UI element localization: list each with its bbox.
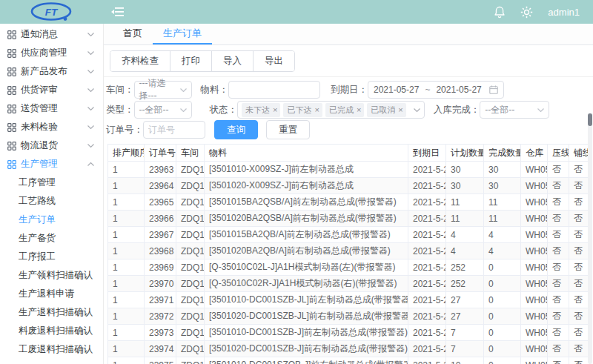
table-cell: 11	[484, 194, 521, 211]
column-header-4: 到期日	[408, 145, 446, 162]
due-from: 2021-05-27	[374, 85, 419, 95]
table-cell: 30	[484, 178, 521, 194]
sidebar-item-3[interactable]: 供货评审	[0, 81, 103, 99]
table-row[interactable]: 123972ZDQ13[3501020-DC001SZB-JL]前右制动器总成(…	[108, 308, 589, 325]
grid-menu-icon	[7, 49, 16, 58]
table-row[interactable]: 123974ZDQ13[3501020-DC001SZB-J]前右制动器总成(带…	[108, 341, 589, 357]
due-date-label: 到期日：	[331, 84, 368, 96]
table-cell: 30	[446, 178, 484, 194]
sidebar-item-label: 送货管理	[21, 102, 87, 115]
table-cell: 2021-5-27	[408, 211, 446, 227]
status-tag-3[interactable]: 已取消×	[367, 103, 405, 117]
workshop-select[interactable]: ---请选择---	[134, 81, 192, 99]
chevron-down-icon	[87, 70, 94, 73]
sidebar-item-0[interactable]: 通知消息	[0, 25, 103, 44]
sidebar: 通知消息供应商管理新产品发布供货评审送货管理来料检验物流退货生产管理工序管理工艺…	[0, 24, 104, 364]
sidebar-subitem-7-8[interactable]: 料废退料扫描确认	[0, 322, 103, 340]
due-date-range[interactable]: 2021-05-27 ~ 2021-05-27	[368, 81, 504, 99]
table-cell: 2021-5-27	[408, 227, 446, 243]
sidebar-subitem-7-1[interactable]: 工艺路线	[0, 192, 103, 211]
table-row[interactable]: 123965ZDQ13[3501015BA2QSB/A]前左制动器总成(带报警器…	[108, 194, 589, 211]
sidebar-subitem-7-0[interactable]: 工序管理	[0, 173, 103, 192]
remove-tag-icon[interactable]: ×	[357, 105, 361, 114]
table-row[interactable]: 123964ZDQ13[3501020-X009SZ-J]前右制动器总成2021…	[108, 178, 589, 194]
type-select[interactable]: --全部--	[134, 101, 192, 119]
sidebar-subitem-7-3[interactable]: 生产备货	[0, 229, 103, 248]
status-multiselect[interactable]: 未下达×已下达×已完成×已取消×	[237, 101, 425, 119]
table-cell: 2021-5-27	[408, 357, 446, 364]
table-cell: WH05	[521, 243, 548, 259]
remove-tag-icon[interactable]: ×	[314, 105, 319, 114]
status-tag-2[interactable]: 已完成×	[325, 103, 364, 117]
table-cell: [3501020-DC001SZB-JL]前右制动器总成(带报警器)(老气室)	[205, 308, 408, 325]
sidebar-subitem-7-4[interactable]: 工序报工	[0, 248, 103, 266]
table-row[interactable]: 123973ZDQ13[3501010-DC001SZB-J]前左制动器总成(带…	[108, 325, 589, 341]
table-cell: 否	[569, 276, 589, 292]
order-no-label: 订单号：	[106, 124, 143, 136]
toolbar-button-2[interactable]: 导入	[212, 51, 254, 71]
collapse-sidebar-icon[interactable]	[111, 7, 125, 17]
table-cell: 23966	[145, 211, 176, 227]
table-row[interactable]: 123970ZDQ13[Q-35010C02R-J]A1H模式制动器(右)(带报…	[108, 276, 589, 292]
vertical-scrollbar[interactable]	[588, 113, 592, 364]
notifications-bell-icon[interactable]	[494, 6, 506, 19]
reset-button[interactable]: 重置	[266, 120, 310, 139]
table-row[interactable]: 123966ZDQ13[3501020BA2QSB/A]前右制动器总成(带报警器…	[108, 211, 589, 227]
table-cell: 23968	[145, 243, 176, 259]
sidebar-item-4[interactable]: 送货管理	[0, 99, 103, 118]
remove-tag-icon[interactable]: ×	[398, 105, 402, 114]
table-row[interactable]: 123975ZDQ13[3501010-DC001SZQB-J]前左制动器总成(…	[108, 357, 589, 364]
app-logo: FT	[0, 1, 104, 22]
search-button[interactable]: 查询	[214, 120, 258, 139]
sidebar-subitem-7-7[interactable]: 生产退料扫描确认	[0, 303, 103, 322]
material-input[interactable]	[233, 85, 315, 95]
table-row[interactable]: 123967ZDQ13[3501015BA2QB/A]前左制动器总成(带报警器)…	[108, 227, 589, 243]
remove-tag-icon[interactable]: ×	[273, 105, 277, 114]
sidebar-subitem-7-6[interactable]: 生产退料申请	[0, 285, 103, 303]
sidebar-subitem-7-9[interactable]: 工废退料扫描确认	[0, 340, 103, 359]
table-cell: 否	[569, 292, 589, 308]
sidebar-item-1[interactable]: 供应商管理	[0, 44, 103, 62]
sidebar-item-5[interactable]: 来料检验	[0, 118, 103, 136]
toolbar-button-1[interactable]: 打印	[170, 51, 212, 71]
table-cell: 4	[484, 243, 521, 259]
sidebar-item-7[interactable]: 生产管理	[0, 155, 103, 173]
column-header-1: 订单号	[145, 145, 176, 162]
scrollbar-thumb[interactable]	[588, 113, 592, 126]
grid-menu-icon	[7, 86, 16, 95]
table-cell: 7	[446, 325, 484, 341]
sidebar-item-6[interactable]: 物流退货	[0, 136, 103, 155]
table-row[interactable]: 123963ZDQ13[3501010-X009SZ-J]前左制动器总成2021…	[108, 162, 589, 178]
toolbar-button-0[interactable]: 齐料检查	[110, 51, 170, 71]
status-tag-0[interactable]: 未下达×	[242, 103, 280, 117]
sidebar-item-2[interactable]: 新产品发布	[0, 62, 103, 81]
table-cell: 否	[548, 227, 569, 243]
table-cell: 2021-5-27	[408, 194, 446, 211]
sidebar-item-label: 物流退货	[21, 139, 87, 152]
table-cell: 23967	[145, 227, 176, 243]
status-tag-1[interactable]: 已下达×	[283, 103, 322, 117]
inbound-select[interactable]: --全部--	[480, 101, 549, 119]
sidebar-item-label: 生产管理	[21, 158, 87, 171]
tab-0[interactable]: 首页	[113, 24, 153, 44]
table-cell: 30	[446, 162, 484, 178]
toolbar-button-group: 齐料检查打印导入导出	[110, 50, 295, 72]
sidebar-subitem-7-2[interactable]: 生产订单	[0, 211, 103, 229]
table-row[interactable]: 123969ZDQ13[Q-35010C02L-J]A1H模式制动器(左)(带报…	[108, 259, 589, 276]
sidebar-subitem-7-5[interactable]: 生产领料扫描确认	[0, 266, 103, 285]
table-cell: 1	[108, 194, 145, 211]
toolbar-button-3[interactable]: 导出	[254, 51, 294, 71]
table-cell: ZDQ13	[176, 276, 205, 292]
order-no-input[interactable]	[148, 125, 200, 135]
table-row[interactable]: 123968ZDQ13[3501020BA2QB/A]前右制动器总成(带报警器)…	[108, 243, 589, 259]
table-cell: 23965	[145, 194, 176, 211]
type-label: 类型：	[106, 104, 134, 116]
table-cell: 否	[569, 341, 589, 357]
tab-1[interactable]: 生产订单	[153, 24, 212, 44]
username[interactable]: admin1	[548, 7, 580, 18]
settings-gear-icon[interactable]	[520, 6, 533, 19]
table-row[interactable]: 123971ZDQ13[3501010-DC001SZB-JL]前左制动器总成(…	[108, 292, 589, 308]
grid-menu-icon	[7, 30, 16, 39]
table-cell: 否	[548, 308, 569, 325]
table-cell: 23970	[145, 276, 176, 292]
